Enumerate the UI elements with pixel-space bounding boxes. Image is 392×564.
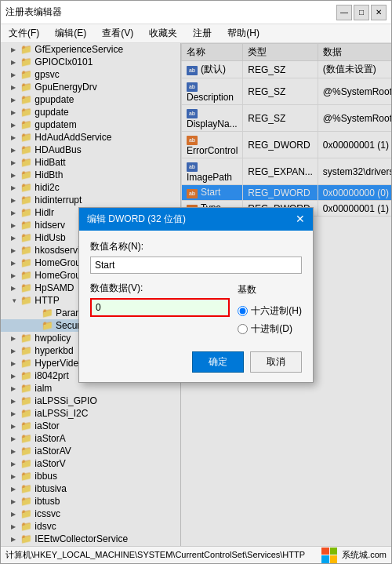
decimal-radio[interactable] <box>238 324 248 334</box>
menu-edit[interactable]: 编辑(E) <box>50 25 91 42</box>
name-input[interactable] <box>90 257 302 274</box>
main-window: 注册表编辑器 — □ ✕ 文件(F) 编辑(E) 查看(V) 收藏夹 注册 帮助… <box>0 0 392 564</box>
menu-register[interactable]: 注册 <box>188 25 216 42</box>
decimal-label: 十进制(D) <box>251 322 292 336</box>
value-section: 数值数据(V): <box>90 282 230 325</box>
close-button[interactable]: ✕ <box>371 5 387 20</box>
cancel-button[interactable]: 取消 <box>250 351 302 373</box>
value-input[interactable] <box>90 298 230 317</box>
logo-text: 系统城.com <box>342 549 387 561</box>
statusbar-path: 计算机\HKEY_LOCAL_MACHINE\SYSTEM\CurrentCon… <box>5 549 321 561</box>
menubar: 文件(F) 编辑(E) 查看(V) 收藏夹 注册 帮助(H) <box>1 24 391 43</box>
name-label: 数值名称(N): <box>90 240 302 253</box>
menu-favorites[interactable]: 收藏夹 <box>144 25 182 42</box>
statusbar: 计算机\HKEY_LOCAL_MACHINE\SYSTEM\CurrentCon… <box>1 546 391 563</box>
edit-dword-dialog: 编辑 DWORD (32 位值) ✕ 数值名称(N): 数值数据(V): 基数 <box>78 207 314 383</box>
menu-help[interactable]: 帮助(H) <box>223 25 264 42</box>
base-section: 基数 十六进制(H) 十进制(D) <box>238 282 302 336</box>
value-row: 数值数据(V): 基数 十六进制(H) 十进制(D) <box>90 282 302 336</box>
dialog-buttons: 确定 取消 <box>79 345 313 382</box>
decimal-radio-label[interactable]: 十进制(D) <box>238 322 302 336</box>
minimize-button[interactable]: — <box>336 5 352 20</box>
main-area: ▶📁GfExperienceService ▶📁GPIOClx0101 ▶📁gp… <box>1 43 391 546</box>
dialog-body: 数值名称(N): 数值数据(V): 基数 十六进制(H) <box>79 231 313 345</box>
hex-radio-label[interactable]: 十六进制(H) <box>238 304 302 318</box>
menu-view[interactable]: 查看(V) <box>97 25 138 42</box>
base-label: 基数 <box>238 283 302 297</box>
windows-logo-icon <box>321 548 337 563</box>
titlebar: 注册表编辑器 — □ ✕ <box>1 1 391 24</box>
dialog-titlebar: 编辑 DWORD (32 位值) ✕ <box>79 208 313 231</box>
value-label: 数值数据(V): <box>90 282 230 295</box>
window-controls: — □ ✕ <box>336 5 387 20</box>
dialog-title: 编辑 DWORD (32 位值) <box>87 213 186 226</box>
hex-radio[interactable] <box>238 306 248 316</box>
dialog-close-button[interactable]: ✕ <box>296 213 305 224</box>
ok-button[interactable]: 确定 <box>192 351 244 373</box>
window-title: 注册表编辑器 <box>5 5 62 19</box>
menu-file[interactable]: 文件(F) <box>4 25 44 42</box>
maximize-button[interactable]: □ <box>354 5 369 20</box>
modal-overlay: 编辑 DWORD (32 位值) ✕ 数值名称(N): 数值数据(V): 基数 <box>1 43 391 546</box>
statusbar-logo: 系统城.com <box>321 548 387 563</box>
hex-label: 十六进制(H) <box>251 304 302 318</box>
